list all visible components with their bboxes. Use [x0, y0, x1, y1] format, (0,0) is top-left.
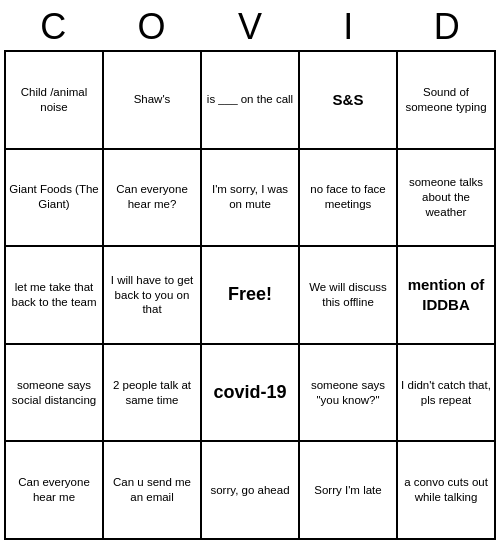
bingo-grid: Child /animal noiseShaw'sis ___ on the c… — [4, 50, 496, 540]
header-letter-v: V — [204, 6, 296, 48]
bingo-header: COVID — [4, 4, 496, 50]
bingo-cell-1[interactable]: Shaw's — [104, 52, 202, 150]
header-letter-o: O — [106, 6, 198, 48]
bingo-cell-3[interactable]: S&S — [300, 52, 398, 150]
bingo-cell-7[interactable]: I'm sorry, I was on mute — [202, 150, 300, 248]
bingo-cell-8[interactable]: no face to face meetings — [300, 150, 398, 248]
bingo-cell-23[interactable]: Sorry I'm late — [300, 442, 398, 540]
bingo-cell-11[interactable]: I will have to get back to you on that — [104, 247, 202, 345]
bingo-cell-13[interactable]: We will discuss this offline — [300, 247, 398, 345]
bingo-cell-12[interactable]: Free! — [202, 247, 300, 345]
bingo-cell-0[interactable]: Child /animal noise — [6, 52, 104, 150]
bingo-cell-14[interactable]: mention of IDDBA — [398, 247, 496, 345]
bingo-cell-6[interactable]: Can everyone hear me? — [104, 150, 202, 248]
bingo-cell-5[interactable]: Giant Foods (The Giant) — [6, 150, 104, 248]
bingo-cell-19[interactable]: I didn't catch that, pls repeat — [398, 345, 496, 443]
header-letter-i: I — [302, 6, 394, 48]
header-letter-c: C — [7, 6, 99, 48]
bingo-cell-4[interactable]: Sound of someone typing — [398, 52, 496, 150]
bingo-cell-16[interactable]: 2 people talk at same time — [104, 345, 202, 443]
bingo-cell-10[interactable]: let me take that back to the team — [6, 247, 104, 345]
bingo-cell-2[interactable]: is ___ on the call — [202, 52, 300, 150]
bingo-cell-24[interactable]: a convo cuts out while talking — [398, 442, 496, 540]
bingo-cell-21[interactable]: Can u send me an email — [104, 442, 202, 540]
bingo-cell-22[interactable]: sorry, go ahead — [202, 442, 300, 540]
bingo-cell-9[interactable]: someone talks about the weather — [398, 150, 496, 248]
bingo-cell-18[interactable]: someone says "you know?" — [300, 345, 398, 443]
bingo-cell-17[interactable]: covid-19 — [202, 345, 300, 443]
header-letter-d: D — [401, 6, 493, 48]
bingo-cell-20[interactable]: Can everyone hear me — [6, 442, 104, 540]
bingo-cell-15[interactable]: someone says social distancing — [6, 345, 104, 443]
bingo-card: COVID Child /animal noiseShaw'sis ___ on… — [0, 0, 500, 544]
